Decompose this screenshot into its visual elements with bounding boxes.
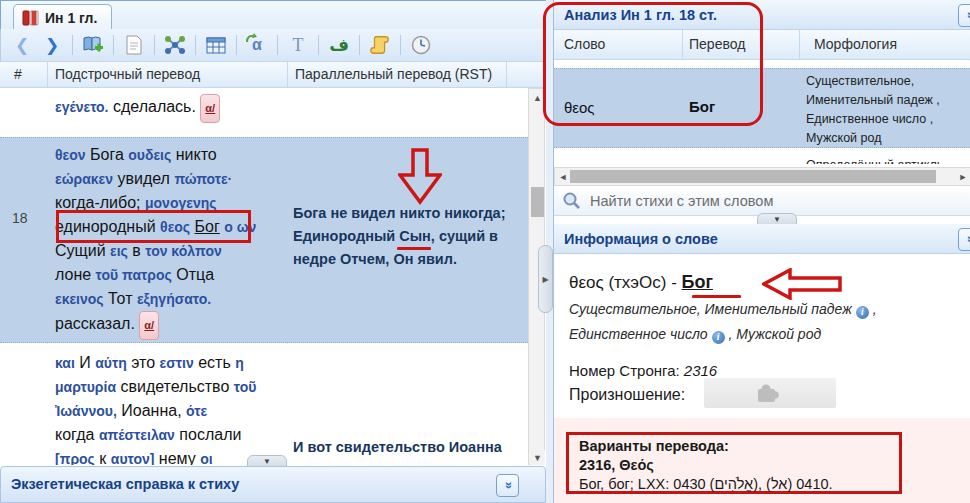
cross-references-button[interactable] [162,32,188,58]
morphology-line-1: Существительное, Именительный падеж i , [569,301,877,319]
splitter-collapse-handle[interactable]: ▶ [538,245,553,313]
word-token[interactable]: это [131,354,155,371]
morphology-search-button[interactable]: α [244,32,270,58]
word-token[interactable]: αύτη [95,355,127,371]
word-token[interactable]: και [55,355,75,371]
word-token[interactable]: μονογενης [145,195,217,211]
tab-john-1[interactable]: Ин 1 гл. [13,4,112,31]
word-token[interactable]: лоне [55,266,91,283]
lexicon-button[interactable]: ف [326,32,352,58]
word-token[interactable]: ο ων [224,219,256,235]
word-token[interactable]: εγένετο. [55,99,108,115]
verse-row-19[interactable]: και И αύτη это εστιν есть η μαρτυρία сви… [0,344,528,465]
word-token[interactable]: когда [55,426,94,443]
analysis-row-partial[interactable]: Определённый артикль [806,150,966,164]
column-morphology: Морфология [814,36,897,52]
word-token[interactable]: η [235,355,244,371]
scrollbar-thumb[interactable] [570,170,936,183]
column-word: Слово [564,36,605,52]
text-line: Единородный Сын, сущий в [293,225,528,248]
scroll-right-button[interactable]: ► [956,169,970,184]
word-token[interactable]: ότε [186,403,207,419]
text-line: единородный θεος Бог ο ων [55,215,287,239]
info-icon[interactable]: i [712,331,725,344]
interlinear-text: θεον Бога ουδεις никто εώρακεν увидел πώ… [55,143,287,340]
scroll-down-button[interactable]: ▼ [530,450,545,465]
scroll-button[interactable] [367,32,393,58]
collapse-analysis-button[interactable]: « [958,4,970,27]
analysis-title: Анализ Ин 1 гл. 18 ст. [564,7,717,23]
strong-number-row: Номер Стронга: 2316 [569,362,717,379]
collapse-info-button[interactable]: « [958,228,970,251]
document-button[interactable] [121,32,147,58]
word-token[interactable]: εις [110,243,128,259]
parallel-translation-18: Бога не видел никто никогда;Единородный … [293,202,528,271]
exegetical-bar[interactable]: Экзегетическая справка к стиху « [0,466,546,503]
word-token[interactable]: Бога [90,146,124,163]
word-token[interactable]: послали [179,426,241,443]
add-book-button[interactable] [80,32,106,58]
history-button[interactable] [408,32,434,58]
text-tool-button[interactable]: T [285,32,311,58]
word-token[interactable]: εώρακεν [55,171,113,187]
word-token[interactable]: οι [200,451,212,465]
word-token[interactable]: εξηγήσατο. [137,291,211,307]
word-token[interactable]: сделалась. [113,98,196,115]
word-token[interactable]: απέστειλαν [99,427,175,443]
word-token[interactable]: θεον [55,147,86,163]
word-token[interactable]: рассказал. [55,315,135,332]
text-line: когда-либо; μονογενης [55,191,287,215]
column-divider [682,30,683,60]
scroll-up-button[interactable]: ▲ [530,90,545,105]
text-line: Мужской род [806,129,966,148]
scroll-left-button[interactable]: ◄ [556,169,570,184]
search-verses-bar[interactable]: Найти стихи с этим словом [554,186,970,216]
word-token[interactable]: Тот [108,290,132,307]
word-token[interactable]: Ἰωάννου, [55,403,117,419]
column-divider [47,62,48,88]
word-token[interactable]: единородный [55,218,156,235]
verse-number: 18 [12,210,28,226]
word-token[interactable]: свидетельство [120,378,229,395]
word-info-header: Информация о слове « [554,224,970,254]
strong-value[interactable]: 2316 [684,362,717,379]
word-token[interactable]: увидел [117,170,169,187]
forward-button[interactable]: ❯ [39,32,65,58]
word-token[interactable]: πώποτε· [174,171,232,187]
variant-translations-badge-icon[interactable]: α/ [139,311,159,340]
word-token[interactable]: τον κόλπον [145,243,221,259]
horizontal-scrollbar[interactable]: ◄ ► [554,167,970,186]
word-token[interactable]: Бог [195,218,220,235]
word-token[interactable]: в [132,242,141,259]
variant-translations-badge-icon[interactable]: α/ [200,94,220,123]
word-token[interactable]: Отца [176,266,214,283]
word-token[interactable]: θεος [160,219,190,235]
word-token[interactable]: Сущий [55,242,106,259]
morphology-text: , [873,301,877,317]
word-token[interactable]: εκεινος [55,291,104,307]
word-token[interactable]: И [79,354,91,371]
word-token[interactable]: [προς [55,451,95,465]
word-info-content: θεος (тхэОс) - Бог Существительное, Имен… [554,256,970,418]
word-token[interactable]: εστιν [160,355,194,371]
word-token[interactable]: нему [159,450,196,465]
word-token[interactable]: когда-либо; [55,194,141,211]
back-button[interactable]: ❮ [9,32,35,58]
expand-exegetical-button[interactable]: « [496,474,519,497]
verse-row-18[interactable]: 18 θεον Бога ουδεις никто εώρακεν увидел… [0,137,528,343]
word-token[interactable]: никто [176,146,217,163]
word-token[interactable]: τοῦ [234,379,257,395]
table-view-button[interactable] [203,32,229,58]
word-token[interactable]: к [99,450,106,465]
word-token[interactable]: τοῦ πατρος [96,267,172,283]
scroll-down-icon: ▼ [533,453,542,463]
verse-row-previous[interactable]: εγένετο. сделалась. α/ [0,88,528,137]
scrollbar-thumb[interactable] [531,187,544,217]
word-token[interactable]: ουδεις [128,147,171,163]
word-token[interactable]: Иоанна, [121,402,181,419]
word-token[interactable]: есть [198,354,231,371]
info-icon[interactable]: i [856,306,869,319]
word-token[interactable]: μαρτυρία [55,379,116,395]
analysis-row-theos[interactable]: θεος Бог Существительное,Именительный па… [554,68,970,148]
word-token[interactable]: αυτον] [111,451,155,465]
